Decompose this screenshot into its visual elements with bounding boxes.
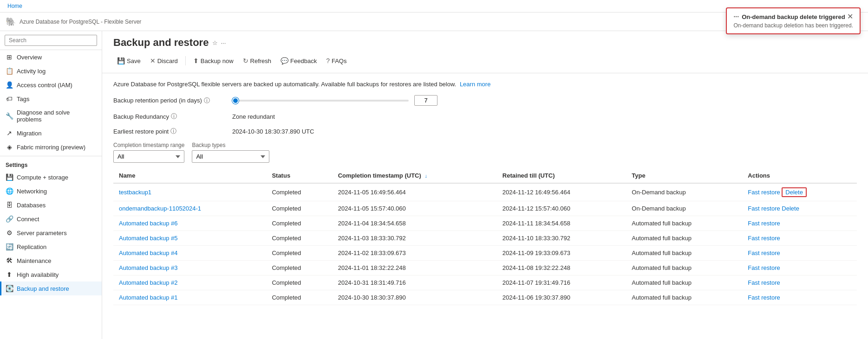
delete-link-1[interactable]: Delete <box>782 205 799 212</box>
discard-button[interactable]: ✕ Discard <box>146 55 182 66</box>
cell-type: On-Demand backup <box>626 183 742 201</box>
more-options-icon[interactable]: ··· <box>221 39 226 46</box>
redundancy-value: Zone redundant <box>232 113 275 120</box>
search-input[interactable] <box>5 35 97 46</box>
cell-type: Automated full backup <box>626 275 742 290</box>
sidebar-label-high-availability: High availability <box>17 271 59 278</box>
sidebar-item-overview[interactable]: ⊞Overview <box>0 50 102 64</box>
cell-actions: Fast restore <box>742 290 857 305</box>
backup-name-link-4[interactable]: Automated backup #4 <box>119 249 177 256</box>
sidebar-item-diagnose[interactable]: 🔧Diagnose and solve problems <box>0 106 102 126</box>
cell-name: ondemandbackup-11052024-1 <box>113 201 266 216</box>
sidebar-label-activity-log: Activity log <box>17 68 46 75</box>
timestamp-filter-select[interactable]: All Last 7 days Last 30 days <box>113 150 184 163</box>
sidebar-item-databases[interactable]: 🗄Databases <box>0 198 102 212</box>
sidebar-item-server-parameters[interactable]: ⚙Server parameters <box>0 226 102 240</box>
type-filter-label: Backup types <box>192 142 269 148</box>
save-button[interactable]: 💾 Save <box>113 55 144 66</box>
sidebar-search-container <box>0 31 102 50</box>
retention-row: Backup retention period (in days) ⓘ 7 <box>113 95 857 106</box>
cell-name: Automated backup #4 <box>113 246 266 261</box>
toast-notification: ··· On-demand backup delete triggered ✕ … <box>726 7 861 34</box>
settings-group-label: Settings <box>0 158 102 170</box>
sidebar-item-maintenance[interactable]: 🛠Maintenance <box>0 254 102 268</box>
table-row: Automated backup #5 Completed 2024-11-03… <box>113 231 857 246</box>
retention-info-icon[interactable]: ⓘ <box>204 96 210 105</box>
earliest-restore-info-icon[interactable]: ⓘ <box>170 127 176 135</box>
sort-icon[interactable]: ↓ <box>424 173 427 179</box>
backup-name-link-3[interactable]: Automated backup #5 <box>119 235 177 242</box>
sidebar-icon-networking: 🌐 <box>6 187 13 195</box>
backup-name-link-6[interactable]: Automated backup #2 <box>119 279 177 286</box>
sidebar-item-tags[interactable]: 🏷Tags <box>0 92 102 106</box>
cell-type: Automated full backup <box>626 261 742 275</box>
discard-icon: ✕ <box>150 57 156 64</box>
cell-type: Automated full backup <box>626 246 742 261</box>
sidebar-item-connect[interactable]: 🔗Connect <box>0 212 102 226</box>
cell-completion: 2024-11-05 15:57:40.060 <box>333 201 497 216</box>
cell-retained: 2024-11-09 19:33:09.673 <box>497 246 626 261</box>
table-row: Automated backup #4 Completed 2024-11-02… <box>113 246 857 261</box>
cell-completion: 2024-11-01 18:32:22.248 <box>333 261 497 275</box>
cell-retained: 2024-11-06 19:30:37.890 <box>497 290 626 305</box>
fast-restore-link-5[interactable]: Fast restore <box>748 264 780 271</box>
refresh-button[interactable]: ↻ Refresh <box>239 55 275 66</box>
cell-completion: 2024-10-31 18:31:49.716 <box>333 275 497 290</box>
sidebar-item-backup-restore[interactable]: 💽Backup and restore <box>0 281 102 295</box>
page-header: Backup and restore ☆ ··· 💾 Save ✕ Discar… <box>102 31 868 73</box>
fast-restore-link-6[interactable]: Fast restore <box>748 279 780 286</box>
backup-tbody: testbackup1 Completed 2024-11-05 16:49:5… <box>113 183 857 305</box>
sidebar-item-migration[interactable]: ↗Migration <box>0 126 102 140</box>
cell-actions: Fast restore Delete <box>742 201 857 216</box>
sidebar-label-tags: Tags <box>17 96 29 102</box>
sidebar-item-high-availability[interactable]: ⬆High availability <box>0 268 102 281</box>
fast-restore-link-3[interactable]: Fast restore <box>748 235 780 242</box>
type-filter-select[interactable]: All On-Demand backup Automated full back… <box>192 150 269 163</box>
sidebar-item-activity-log[interactable]: 📋Activity log <box>0 64 102 78</box>
retention-value-input[interactable]: 7 <box>414 95 437 106</box>
fast-restore-link-7[interactable]: Fast restore <box>748 294 780 301</box>
backup-name-link-5[interactable]: Automated backup #3 <box>119 264 177 271</box>
cell-name: Automated backup #5 <box>113 231 266 246</box>
cell-name: Automated backup #3 <box>113 261 266 275</box>
sidebar-item-access-control[interactable]: 👤Access control (IAM) <box>0 78 102 92</box>
cell-type: Automated full backup <box>626 231 742 246</box>
cell-status: Completed <box>266 246 332 261</box>
toast-close-button[interactable]: ✕ <box>847 13 853 20</box>
sidebar-item-fabric-mirroring[interactable]: ◈Fabric mirroring (preview) <box>0 140 102 154</box>
sidebar-icon-activity-log: 📋 <box>6 67 13 75</box>
fast-restore-link-1[interactable]: Fast restore <box>748 205 780 212</box>
redundancy-info-icon[interactable]: ⓘ <box>171 112 177 121</box>
cell-retained: 2024-11-08 19:32:22.248 <box>497 261 626 275</box>
type-filter-group: Backup types All On-Demand backup Automa… <box>192 142 269 163</box>
timestamp-filter-group: Completion timestamp range All Last 7 da… <box>113 142 184 163</box>
delete-button-0[interactable]: Delete <box>782 187 807 197</box>
faqs-button[interactable]: ? FAQs <box>322 55 350 66</box>
sidebar-item-replication[interactable]: 🔄Replication <box>0 240 102 254</box>
content-body: Azure Database for PostgreSQL flexible s… <box>102 73 868 339</box>
backup-name-link-1[interactable]: ondemandbackup-11052024-1 <box>119 205 201 212</box>
learn-more-link[interactable]: Learn more <box>460 81 490 88</box>
cell-retained: 2024-11-07 19:31:49.716 <box>497 275 626 290</box>
sidebar-item-compute-storage[interactable]: 💾Compute + storage <box>0 170 102 184</box>
retention-slider[interactable] <box>232 100 409 102</box>
sidebar-icon-connect: 🔗 <box>6 215 13 223</box>
backup-now-button[interactable]: ⬆ Backup now <box>189 55 237 66</box>
breadcrumb-home[interactable]: Home <box>7 3 22 9</box>
sidebar-icon-access-control: 👤 <box>6 81 13 89</box>
feedback-button[interactable]: 💬 Feedback <box>277 55 320 66</box>
cell-retained: 2024-11-10 18:33:30.792 <box>497 231 626 246</box>
sidebar-item-networking[interactable]: 🌐Networking <box>0 184 102 198</box>
table-row: Automated backup #2 Completed 2024-10-31… <box>113 275 857 290</box>
cell-type: Automated full backup <box>626 216 742 231</box>
backup-name-link-0[interactable]: testbackup1 <box>119 189 151 196</box>
sidebar-icon-tags: 🏷 <box>6 95 13 102</box>
favorite-icon[interactable]: ☆ <box>212 39 218 46</box>
backup-name-link-7[interactable]: Automated backup #1 <box>119 294 177 301</box>
fast-restore-link-4[interactable]: Fast restore <box>748 249 780 256</box>
col-completion: Completion timestamp (UTC) ↓ <box>333 168 497 183</box>
col-actions: Actions <box>742 168 857 183</box>
fast-restore-link-2[interactable]: Fast restore <box>748 220 780 227</box>
fast-restore-link-0[interactable]: Fast restore <box>748 189 780 196</box>
backup-name-link-2[interactable]: Automated backup #6 <box>119 220 177 227</box>
